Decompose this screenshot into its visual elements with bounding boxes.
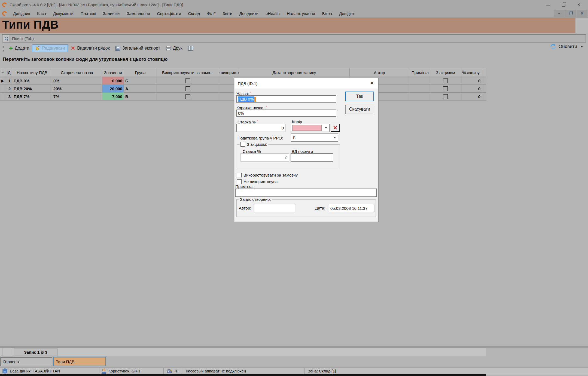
close-button[interactable]: ✕ bbox=[571, 0, 586, 9]
note-field[interactable] bbox=[235, 189, 377, 197]
excise-rate-field[interactable]: 0 bbox=[240, 153, 289, 162]
menu-sertyfikaty[interactable]: Сертифікати bbox=[154, 11, 185, 16]
color-clear-button[interactable]: ✕ bbox=[331, 124, 340, 132]
menu-dokumenty[interactable]: Документи bbox=[50, 11, 77, 16]
pencil-icon bbox=[35, 46, 40, 51]
col-excise-pct[interactable]: % акцизу bbox=[460, 68, 482, 77]
status-terminal: 4 bbox=[167, 368, 177, 375]
mdi-restore-button[interactable] bbox=[565, 10, 576, 17]
export-button[interactable]: Загальний експорт bbox=[112, 45, 163, 52]
mdi-window-controls: – ✕ bbox=[553, 10, 587, 17]
menu-nalashtuvannya[interactable]: Налаштування bbox=[283, 11, 319, 16]
col-author[interactable]: Автор bbox=[350, 68, 409, 77]
toolbar-grip[interactable] bbox=[3, 45, 4, 52]
col-id[interactable]: ІД bbox=[5, 68, 12, 77]
status-database: База даних: TASA3@TITAN bbox=[2, 368, 60, 375]
color-label: Колір bbox=[292, 119, 302, 124]
plus-icon: + bbox=[9, 46, 13, 51]
col-name[interactable]: Назва типу ПДВ bbox=[12, 68, 52, 77]
restore-button[interactable] bbox=[556, 0, 571, 9]
add-button[interactable]: + Додати bbox=[6, 45, 32, 52]
search-input[interactable] bbox=[10, 36, 586, 41]
vat-edit-dialog: ПДВ (ID:1) ✕ Назва:* ПДВ 0% Так Коротка … bbox=[234, 78, 379, 222]
with-excise-checkbox[interactable] bbox=[443, 86, 448, 91]
cancel-button[interactable]: Скасувати bbox=[345, 105, 374, 114]
with-excise-checkbox[interactable] bbox=[443, 94, 448, 99]
delete-x-icon: ✕ bbox=[71, 46, 75, 51]
edit-button[interactable]: Редагувати bbox=[32, 44, 68, 52]
chevron-down-icon[interactable] bbox=[331, 134, 338, 141]
menu-kasa[interactable]: Каса bbox=[33, 11, 50, 16]
name-field[interactable]: ПДВ 0% bbox=[236, 95, 336, 103]
menu-filii[interactable]: Філії bbox=[203, 11, 219, 16]
col-date-created[interactable]: Дата створення запису bbox=[239, 68, 350, 77]
use-default-dialog-checkbox[interactable] bbox=[237, 173, 242, 177]
tax-group-combobox[interactable]: Б bbox=[291, 134, 338, 142]
record-counter: Запис 1 із 3 bbox=[14, 348, 58, 356]
columns-button[interactable] bbox=[185, 45, 196, 52]
refresh-icon bbox=[550, 44, 556, 50]
use-default-checkbox[interactable] bbox=[185, 86, 190, 91]
author-field[interactable] bbox=[254, 204, 295, 212]
columns-icon bbox=[188, 46, 193, 51]
rate-field[interactable]: 0 bbox=[236, 124, 285, 132]
required-mark: * bbox=[266, 105, 267, 109]
value-cell: 20,000 bbox=[102, 85, 124, 92]
excise-checkbox[interactable] bbox=[240, 142, 245, 147]
tab-home[interactable]: Головна bbox=[1, 357, 52, 366]
tab-vat-types[interactable]: Типи ПДВ bbox=[53, 357, 106, 366]
header-grip-cell[interactable]: ≡ bbox=[0, 68, 5, 77]
tax-group-label: Податкова група у РРО: bbox=[237, 136, 283, 140]
cash-register-icon bbox=[167, 369, 173, 374]
chevron-down-icon[interactable] bbox=[323, 124, 329, 132]
menu-ehealth[interactable]: eHealth bbox=[262, 11, 283, 16]
col-use-default[interactable]: Використовувати за замо... bbox=[157, 68, 219, 77]
menu-dovidka[interactable]: Довідка bbox=[336, 11, 357, 16]
use-default-checkbox[interactable] bbox=[185, 78, 190, 83]
col-value[interactable]: Значення bbox=[102, 68, 124, 77]
short-name-field[interactable]: 0% bbox=[236, 110, 336, 117]
refresh-button[interactable]: Оновити bbox=[550, 44, 583, 50]
col-not-used[interactable]: Не використо... bbox=[219, 68, 239, 77]
menu-zvity[interactable]: Звіти bbox=[219, 11, 236, 16]
not-used-option[interactable]: Не використовува bbox=[237, 179, 278, 184]
note-label: Примітка: bbox=[235, 184, 254, 189]
col-note[interactable]: Примітка bbox=[409, 68, 431, 77]
menu-zalyshky[interactable]: Залишки bbox=[99, 11, 123, 16]
not-used-dialog-checkbox[interactable] bbox=[237, 179, 242, 184]
use-default-checkbox[interactable] bbox=[185, 94, 190, 99]
menu-dovidnyk[interactable]: Довідник bbox=[10, 11, 33, 16]
menu-zamovlennya[interactable]: Замовлення bbox=[123, 11, 153, 16]
ok-button[interactable]: Так bbox=[345, 92, 374, 101]
col-group[interactable]: Група bbox=[124, 68, 157, 77]
use-default-option[interactable]: Використовувати за замовчу bbox=[237, 173, 298, 177]
restore-icon bbox=[562, 3, 565, 7]
menu-platezhi[interactable]: Платежі bbox=[77, 11, 99, 16]
mdi-minimize-button[interactable]: – bbox=[554, 10, 565, 17]
col-with-excise[interactable]: З акцизом bbox=[431, 68, 460, 77]
toolbar: + Додати Редагувати ✕ Видалити рядок Заг… bbox=[0, 43, 588, 53]
refresh-dropdown-icon[interactable] bbox=[580, 46, 583, 47]
search-bar bbox=[2, 34, 586, 43]
dialog-close-button[interactable]: ✕ bbox=[366, 78, 378, 88]
with-excise-checkbox[interactable] bbox=[443, 78, 448, 83]
mdi-logo-icon bbox=[1, 10, 8, 17]
dialog-title: ПДВ (ID:1) bbox=[238, 81, 258, 86]
vd-services-field[interactable] bbox=[291, 153, 333, 162]
date-field[interactable]: 05.03.2008 16:11:37 bbox=[329, 204, 374, 212]
mdi-close-button[interactable]: ✕ bbox=[577, 10, 587, 17]
search-icon[interactable] bbox=[3, 35, 10, 42]
dialog-title-bar[interactable]: ПДВ (ID:1) bbox=[234, 78, 378, 89]
delete-row-button[interactable]: ✕ Видалити рядок bbox=[68, 45, 112, 52]
date-label: Дата: bbox=[315, 206, 325, 210]
excise-groupbox: З акцизом: Ставка % 0 ВД послуги bbox=[237, 144, 340, 169]
col-short-name[interactable]: Скорочена назва bbox=[52, 68, 102, 77]
menu-sklad[interactable]: Склад bbox=[185, 11, 203, 16]
color-combobox[interactable] bbox=[291, 124, 330, 132]
menu-vikna[interactable]: Вікна bbox=[319, 11, 336, 16]
menu-dovidnyky[interactable]: Довідники bbox=[236, 11, 262, 16]
excise-rate-label: Ставка % bbox=[243, 149, 261, 154]
minimize-button[interactable]: — bbox=[541, 0, 556, 9]
floppy-icon bbox=[115, 46, 120, 51]
print-button[interactable]: Друк bbox=[163, 45, 185, 52]
